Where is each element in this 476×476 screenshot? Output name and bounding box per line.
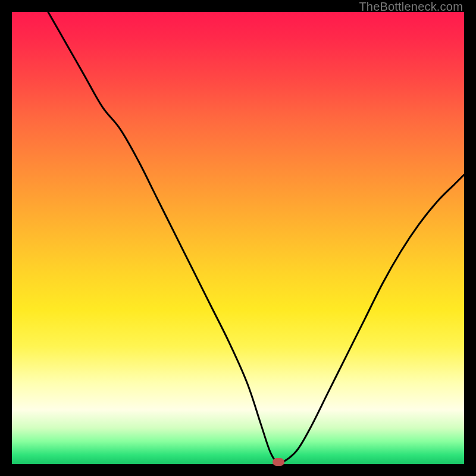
bottleneck-curve — [12, 12, 464, 464]
chart-frame: TheBottleneck.com — [0, 0, 476, 476]
watermark-label: TheBottleneck.com — [359, 0, 463, 14]
plot-area — [12, 12, 464, 464]
optimum-marker — [273, 458, 284, 466]
